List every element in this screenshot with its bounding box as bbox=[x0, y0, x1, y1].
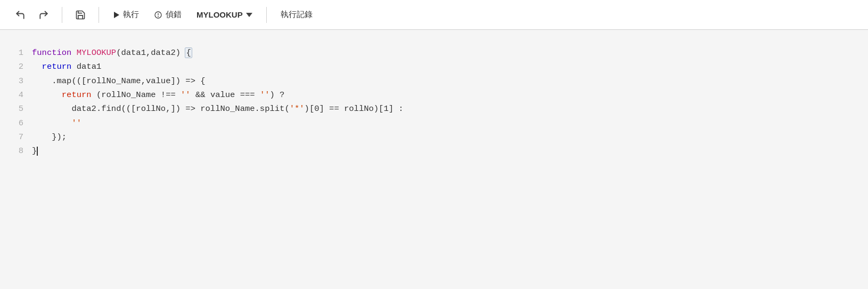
line-content-3: .map(([rollNo_Name,value]) => { bbox=[32, 74, 868, 88]
divider-2 bbox=[99, 7, 99, 23]
run-label: 執行 bbox=[123, 10, 139, 20]
string-empty-1: '' bbox=[181, 90, 191, 100]
line-content-7: }); bbox=[32, 130, 868, 144]
line-number-4: 4 bbox=[0, 88, 32, 102]
function-name-label: MYLOOKUP bbox=[196, 10, 243, 19]
keyword-return-1: return bbox=[42, 62, 72, 71]
keyword-return-2: return bbox=[62, 90, 92, 100]
code-line-1: 1 function MYLOOKUP(data1,data2) { bbox=[0, 46, 868, 60]
toolbar: 執行 偵錯 MYLOOKUP 執行記錄 bbox=[0, 0, 868, 30]
debug-label: 偵錯 bbox=[166, 10, 182, 20]
redo-button[interactable] bbox=[34, 6, 53, 23]
debug-button[interactable]: 偵錯 bbox=[149, 6, 187, 23]
run-button[interactable]: 執行 bbox=[108, 6, 144, 23]
string-empty-2: '' bbox=[260, 90, 270, 100]
line-content-4: return (rollNo_Name !== '' && value === … bbox=[32, 88, 868, 102]
line-number-8: 8 bbox=[0, 144, 32, 158]
log-button[interactable]: 執行記錄 bbox=[275, 6, 318, 23]
text-cursor bbox=[37, 147, 38, 156]
code-line-3: 3 .map(([rollNo_Name,value]) => { bbox=[0, 74, 868, 88]
undo-button[interactable] bbox=[11, 6, 30, 23]
line-number-6: 6 bbox=[0, 116, 32, 130]
save-button[interactable] bbox=[71, 6, 90, 23]
line-content-6: '' bbox=[32, 116, 868, 130]
line-content-1: function MYLOOKUP(data1,data2) { bbox=[32, 46, 868, 60]
line-content-5: data2.find(([rollNo,]) => rollNo_Name.sp… bbox=[32, 102, 868, 116]
keyword-function: function bbox=[32, 48, 71, 58]
code-line-8: 8 } bbox=[0, 144, 868, 158]
code-line-6: 6 '' bbox=[0, 116, 868, 130]
code-line-7: 7 }); bbox=[0, 130, 868, 144]
line-number-1: 1 bbox=[0, 46, 32, 60]
divider-1 bbox=[62, 7, 62, 23]
log-label: 執行記錄 bbox=[281, 10, 313, 19]
code-line-2: 2 return data1 bbox=[0, 60, 868, 74]
code-line-4: 4 return (rollNo_Name !== '' && value ==… bbox=[0, 88, 868, 102]
open-brace: { bbox=[185, 48, 191, 58]
line-content-2: return data1 bbox=[32, 60, 868, 74]
svg-point-2 bbox=[158, 16, 159, 17]
divider-3 bbox=[266, 7, 267, 23]
string-star: '*' bbox=[290, 104, 305, 114]
line-number-2: 2 bbox=[0, 60, 32, 74]
line-number-7: 7 bbox=[0, 130, 32, 144]
string-empty-3: '' bbox=[71, 118, 81, 128]
function-name: MYLOOKUP bbox=[77, 48, 116, 58]
editor-area[interactable]: 1 function MYLOOKUP(data1,data2) { 2 ret… bbox=[0, 30, 868, 289]
line-number-5: 5 bbox=[0, 102, 32, 116]
svg-marker-0 bbox=[114, 12, 119, 18]
function-name-dropdown[interactable]: MYLOOKUP bbox=[191, 7, 258, 22]
svg-marker-3 bbox=[246, 13, 252, 17]
code-block: 1 function MYLOOKUP(data1,data2) { 2 ret… bbox=[0, 46, 868, 158]
line-content-8: } bbox=[32, 144, 868, 158]
code-line-5: 5 data2.find(([rollNo,]) => rollNo_Name.… bbox=[0, 102, 868, 116]
line-number-3: 3 bbox=[0, 74, 32, 88]
